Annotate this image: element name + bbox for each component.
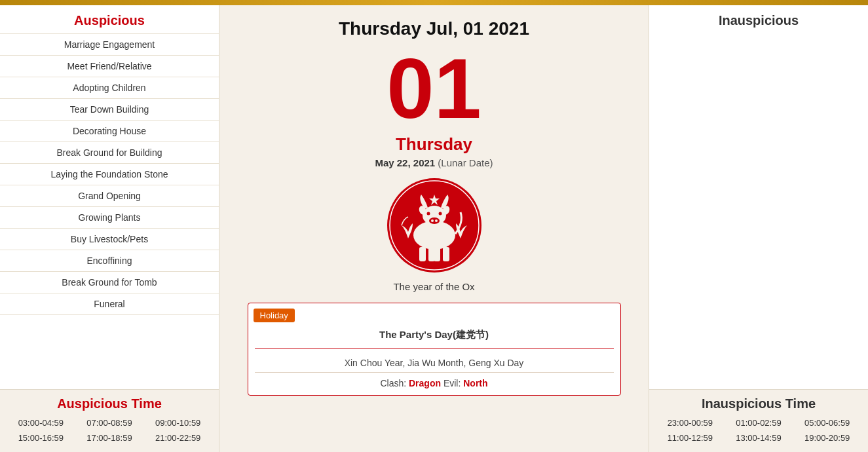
svg-point-12 <box>435 219 438 222</box>
list-item: Tear Down Building <box>0 98 219 120</box>
cycle-text: Xin Chou Year, Jia Wu Month, Geng Xu Day <box>248 354 620 372</box>
list-item: Decorating House <box>0 120 219 141</box>
right-panel: Inauspicious Inauspicious Time 23:00-00:… <box>649 5 868 452</box>
time-cell: 21:00-22:59 <box>143 432 212 444</box>
time-cell: 13:00-14:59 <box>725 432 793 444</box>
inauspicious-time-grid: 23:00-00:5901:00-02:5905:00-06:5911:00-1… <box>649 417 868 444</box>
list-item: Meet Friend/Relative <box>0 55 219 77</box>
inauspicious-time-section: Inauspicious Time 23:00-00:5901:00-02:59… <box>649 389 868 452</box>
auspicious-time-header: Auspicious Time <box>0 396 219 411</box>
time-cell: 19:00-20:59 <box>793 432 861 444</box>
clash-text: Clash: Dragon Evil: North <box>248 373 620 395</box>
list-item: Laying the Foundation Stone <box>0 163 219 185</box>
time-cell: 05:00-06:59 <box>793 417 861 429</box>
svg-point-14 <box>438 212 442 216</box>
svg-point-10 <box>429 217 440 224</box>
auspicious-list: Marriage EngagementMeet Friend/RelativeA… <box>0 33 219 315</box>
list-item: Growing Plants <box>0 206 219 228</box>
list-item: Adopting Children <box>0 77 219 98</box>
day-name: Thursday <box>396 134 472 155</box>
list-item: Marriage Engagement <box>0 33 219 55</box>
center-panel: Thursday Jul, 01 2021 01 Thursday May 22… <box>219 5 649 452</box>
inauspicious-section: Inauspicious <box>649 5 868 389</box>
svg-point-13 <box>426 212 430 216</box>
time-cell: 15:00-16:59 <box>7 432 75 444</box>
date-title: Thursday Jul, 01 2021 <box>339 18 529 39</box>
time-cell: 23:00-00:59 <box>656 417 725 429</box>
svg-rect-8 <box>434 247 440 261</box>
svg-rect-9 <box>443 247 449 261</box>
clash-animal: Dragon <box>409 378 441 388</box>
list-item: Break Ground for Building <box>0 141 219 163</box>
day-number: 01 <box>387 46 481 131</box>
auspicious-time-grid: 03:00-04:5907:00-08:5909:00-10:5915:00-1… <box>0 417 219 444</box>
auspicious-time-section: Auspicious Time 03:00-04:5907:00-08:5909… <box>0 389 219 452</box>
list-item: Buy Livestock/Pets <box>0 228 219 250</box>
time-cell: 01:00-02:59 <box>725 417 793 429</box>
divider-1 <box>255 348 614 348</box>
info-box: Holiday The Party's Day(建党节) Xin Chou Ye… <box>248 303 621 396</box>
auspicious-section: Auspicious Marriage EngagementMeet Frien… <box>0 5 219 389</box>
evil-label: Evil: <box>443 378 463 388</box>
ox-label: The year of the Ox <box>393 281 474 292</box>
list-item: Grand Opening <box>0 185 219 206</box>
time-cell: 11:00-12:59 <box>656 432 725 444</box>
time-cell: 03:00-04:59 <box>7 417 75 429</box>
ox-zodiac-image <box>385 176 483 274</box>
lunar-date-value: May 22, 2021 <box>375 157 435 168</box>
left-panel: Auspicious Marriage EngagementMeet Frien… <box>0 5 219 452</box>
auspicious-header: Auspicious <box>0 5 219 33</box>
holiday-tag: Holiday <box>254 309 295 322</box>
svg-point-11 <box>431 219 434 222</box>
clash-label: Clash: <box>380 378 406 388</box>
inauspicious-header: Inauspicious <box>649 5 868 33</box>
time-cell: 07:00-08:59 <box>75 417 144 429</box>
time-cell: 17:00-18:59 <box>75 432 144 444</box>
main-layout: Auspicious Marriage EngagementMeet Frien… <box>0 5 868 452</box>
list-item: Encoffining <box>0 250 219 271</box>
inauspicious-time-header: Inauspicious Time <box>649 396 868 411</box>
list-item: Break Ground for Tomb <box>0 271 219 293</box>
time-cell: 09:00-10:59 <box>143 417 212 429</box>
evil-direction: North <box>463 378 487 388</box>
svg-rect-6 <box>419 247 426 261</box>
top-border <box>0 0 868 5</box>
holiday-text: The Party's Day(建党节) <box>248 326 620 348</box>
lunar-date: May 22, 2021 (Lunar Date) <box>375 157 493 168</box>
lunar-label: (Lunar Date) <box>438 157 493 168</box>
list-item: Funeral <box>0 293 219 315</box>
